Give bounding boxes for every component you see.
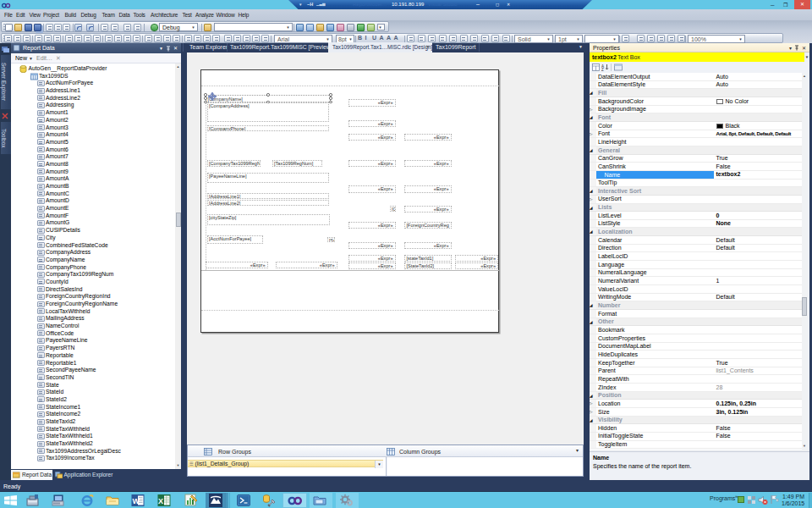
svg-text:W: W (133, 496, 140, 505)
svg-text:X: X (158, 496, 163, 505)
svg-text:Z: Z (601, 68, 604, 71)
